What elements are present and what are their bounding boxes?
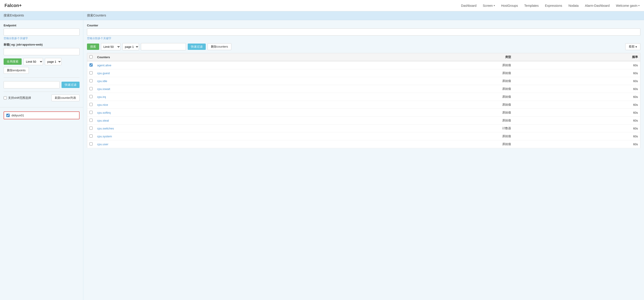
right-panel: 搜索Counters Counter 空格分割多个关键字 搜索 Limit 50… (83, 11, 644, 300)
row-checkbox-0[interactable] (90, 63, 92, 67)
counter-link-2[interactable]: cpu.idle (97, 79, 107, 83)
nav-item-user[interactable]: Welcome gavin ▾ (616, 4, 640, 8)
user-caret-icon: ▾ (638, 4, 640, 7)
counter-link-5[interactable]: cpu.nice (97, 103, 108, 107)
shift-label-text: 支持shift范围选择 (8, 96, 31, 100)
tag-label: 标签( eg: job=appstore-web) (4, 43, 80, 47)
delete-endpoints-button[interactable]: 删除endpoints (4, 67, 29, 74)
table-row: cpu.irq原始值60s (87, 93, 640, 101)
counter-link-8[interactable]: cpu.switches (97, 127, 114, 130)
row-checkbox-9[interactable] (90, 134, 92, 138)
row-freq-2: 60s (513, 77, 640, 85)
row-counter-8: cpu.switches (95, 125, 352, 132)
counter-hint: 空格分割多个关键字 (87, 37, 640, 40)
row-checkbox-cell-1 (87, 69, 95, 77)
row-checkbox-cell-10 (87, 140, 95, 148)
endpoint-checkbox-didiyun01[interactable] (6, 114, 10, 117)
row-checkbox-3[interactable] (90, 87, 92, 90)
counter-page-select[interactable]: page 1 page 2 page 3 (122, 43, 139, 50)
view-chart-button[interactable]: 看图 ▾ (625, 43, 640, 50)
row-checkbox-5[interactable] (90, 103, 92, 106)
user-label: Welcome gavin (616, 4, 638, 8)
nav-item-templates[interactable]: Templates (524, 4, 539, 8)
delete-counters-button[interactable]: 删除counters (208, 43, 232, 50)
row-counter-3: cpu.iowait (95, 85, 352, 93)
right-panel-header: 搜索Counters (83, 11, 644, 20)
counter-link-6[interactable]: cpu.softirq (97, 111, 111, 114)
row-counter-5: cpu.nice (95, 101, 352, 109)
row-checkbox-8[interactable] (90, 127, 92, 130)
counter-input[interactable] (87, 29, 640, 36)
counter-limit-select[interactable]: Limit 50 Limit 100 Limit 200 (101, 43, 120, 50)
nav-item-hostgroups[interactable]: HostGroups (501, 4, 518, 8)
row-checkbox-4[interactable] (90, 95, 92, 98)
row-freq-3: 60s (513, 85, 640, 93)
counter-link-1[interactable]: cpu.guest (97, 72, 110, 75)
nav-link-templates[interactable]: Templates (524, 4, 539, 8)
row-checkbox-6[interactable] (90, 111, 92, 114)
nav-link-expressions[interactable]: Expressions (545, 4, 562, 8)
endpoint-input[interactable] (4, 29, 80, 36)
row-checkbox-7[interactable] (90, 119, 92, 122)
endpoint-limit-select[interactable]: Limit 50 Limit 100 Limit 200 (24, 58, 43, 65)
shift-checkbox[interactable] (4, 96, 7, 100)
endpoint-page-select[interactable]: page 1 page 2 page 3 (45, 58, 62, 65)
nav-item-expressions[interactable]: Expressions (545, 4, 562, 8)
screen-caret-icon: ▾ (494, 4, 495, 7)
nav-link-dashboard[interactable]: Dashboard (461, 4, 476, 8)
shift-label[interactable]: 支持shift范围选择 (4, 96, 31, 100)
row-type-7: 原始值 (352, 117, 513, 125)
select-all-checkbox[interactable] (90, 55, 92, 58)
row-checkbox-cell-9 (87, 132, 95, 140)
row-counter-7: cpu.steal (95, 117, 352, 125)
endpoint-controls-row: 全局搜索 Limit 50 Limit 100 Limit 200 page 1… (4, 58, 80, 74)
counters-table-head: Counters 类型 频率 (87, 53, 640, 61)
nav-item-screen[interactable]: Screen ▾ (483, 4, 495, 8)
row-type-8: 计数器 (352, 125, 513, 132)
row-checkbox-cell-8 (87, 125, 95, 132)
endpoint-filter-row: 快速过滤 (4, 77, 80, 88)
counter-quick-filter-button[interactable]: 快速过滤 (188, 44, 206, 50)
counter-link-9[interactable]: cpu.system (97, 135, 112, 138)
brand-link[interactable]: Falcon+ (4, 3, 22, 8)
tag-input[interactable] (4, 48, 80, 55)
nav-link-nodata[interactable]: Nodata (568, 4, 579, 8)
global-search-button[interactable]: 全局搜索 (4, 58, 22, 65)
row-counter-9: cpu.system (95, 132, 352, 140)
counter-controls-row: 搜索 Limit 50 Limit 100 Limit 200 page 1 p… (87, 43, 640, 50)
nav-link-alarm-dashboard[interactable]: Alarm-Dashboard (585, 4, 610, 8)
endpoint-filter-input[interactable] (4, 81, 60, 88)
view-chart-label: 看图 (629, 45, 634, 49)
header-type: 类型 (352, 53, 513, 61)
counter-link-3[interactable]: cpu.iowait (97, 87, 110, 91)
endpoint-quick-filter-button[interactable]: 快速过滤 (62, 82, 80, 88)
endpoint-item-didiyun01[interactable]: didiyun01 (4, 111, 80, 119)
row-checkbox-10[interactable] (90, 142, 92, 145)
table-row: cpu.iowait原始值60s (87, 85, 640, 93)
row-checkbox-1[interactable] (90, 71, 92, 74)
row-type-9: 原始值 (352, 132, 513, 140)
user-dropdown[interactable]: Welcome gavin ▾ (616, 4, 640, 8)
row-counter-2: cpu.idle (95, 77, 352, 85)
row-checkbox-2[interactable] (90, 79, 92, 82)
nav-item-dashboard[interactable]: Dashboard (461, 4, 476, 8)
counter-link-10[interactable]: cpu.user (97, 143, 108, 146)
left-panel-body: Endpoint 空格分割多个关键字 标签( eg: job=appstore-… (0, 20, 83, 105)
counter-filter-input[interactable] (141, 43, 186, 50)
nav-item-alarm-dashboard[interactable]: Alarm-Dashboard (585, 4, 610, 8)
endpoint-label-didiyun01: didiyun01 (12, 114, 24, 117)
counter-link-7[interactable]: cpu.steal (97, 119, 109, 122)
left-panel: 搜索Endpoints Endpoint 空格分割多个关键字 标签( eg: j… (0, 11, 83, 300)
row-freq-4: 60s (513, 93, 640, 101)
table-row: agent.alive原始值60s (87, 61, 640, 69)
counter-link-4[interactable]: cpu.irq (97, 95, 106, 99)
counter-search-button[interactable]: 搜索 (87, 44, 99, 50)
nav-dropdown-screen[interactable]: Screen ▾ (483, 4, 495, 8)
nav-link-hostgroups[interactable]: HostGroups (501, 4, 518, 8)
refresh-counter-button[interactable]: 刷新counter列表 (52, 95, 80, 101)
counter-link-0[interactable]: agent.alive (97, 64, 111, 67)
nav-item-nodata[interactable]: Nodata (568, 4, 579, 8)
table-row: cpu.softirq原始值60s (87, 109, 640, 117)
right-panel-body: Counter 空格分割多个关键字 搜索 Limit 50 Limit 100 … (83, 20, 644, 300)
row-counter-0: agent.alive (95, 61, 352, 69)
